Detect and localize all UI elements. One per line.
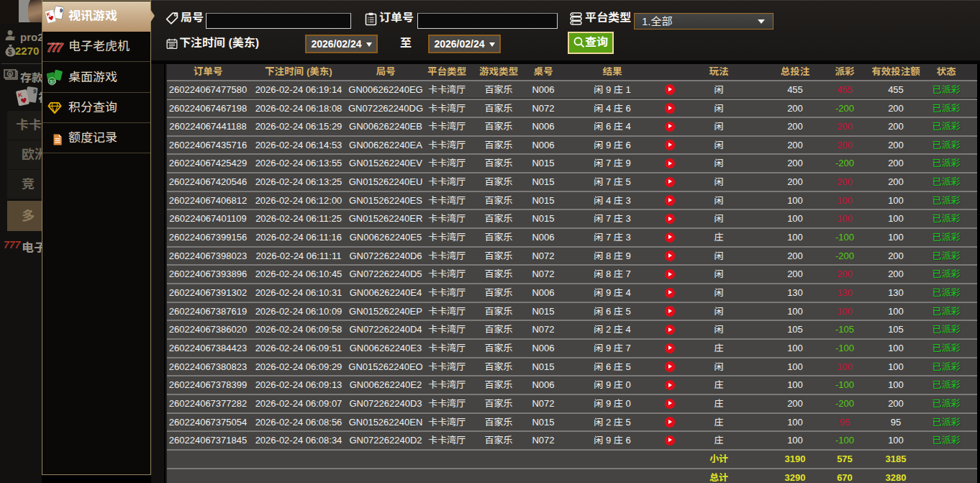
svg-text:$: $ xyxy=(8,48,12,56)
svg-text:$: $ xyxy=(9,71,12,78)
svg-text:777: 777 xyxy=(47,41,64,53)
svg-text:$0: $0 xyxy=(50,78,56,85)
svg-text:*: * xyxy=(13,35,16,41)
